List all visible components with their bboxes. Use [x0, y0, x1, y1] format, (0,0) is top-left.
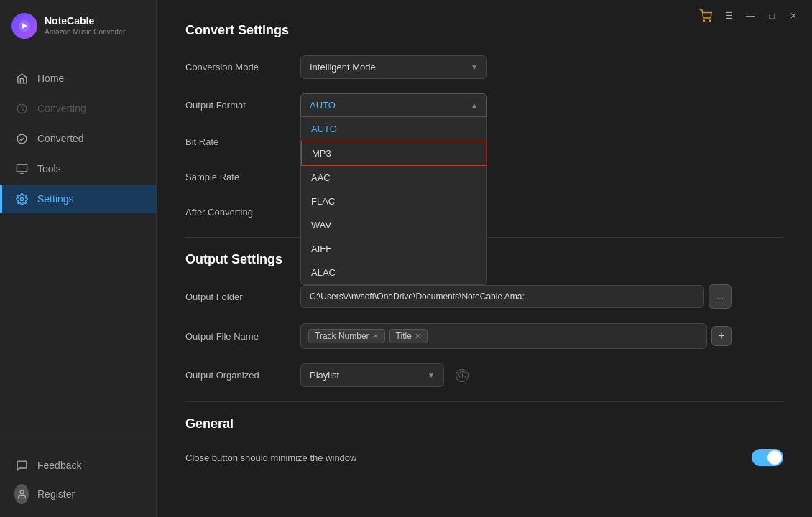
settings-icon [14, 192, 29, 206]
register-icon [14, 487, 29, 501]
sidebar-item-converted[interactable]: Converted [0, 124, 156, 153]
format-option-wav[interactable]: WAV [301, 213, 486, 237]
output-format-value: AUTO [310, 100, 336, 111]
settings-panel: Convert Settings Conversion Mode Intelli… [157, 0, 812, 500]
conversion-mode-value: Intelligent Mode [310, 62, 376, 73]
converting-icon [14, 101, 29, 116]
bit-rate-label: Bit Rate [185, 136, 300, 147]
app-logo: NoteCable Amazon Music Converter [0, 0, 156, 52]
tools-label: Tools [37, 163, 61, 174]
filename-tags-container: Track Number ✕ Title ✕ [300, 323, 707, 349]
tag-track-number-close[interactable]: ✕ [372, 332, 379, 341]
output-organized-arrow: ▼ [428, 371, 435, 379]
section-divider-2 [185, 401, 783, 402]
output-organized-label: Output Organized [185, 370, 300, 381]
close-minimize-label: Close button should minimize the window [185, 452, 752, 463]
close-minimize-toggle[interactable] [752, 449, 783, 466]
tag-title-close[interactable]: ✕ [415, 332, 421, 341]
info-icon[interactable]: ⓘ [456, 369, 469, 382]
feedback-icon [14, 458, 29, 472]
sidebar: NoteCable Amazon Music Converter Home [0, 0, 157, 517]
after-converting-label: After Converting [185, 207, 300, 218]
settings-label: Settings [37, 193, 74, 205]
close-button[interactable]: ✕ [783, 6, 803, 26]
output-format-arrow: ▲ [471, 101, 478, 109]
tools-icon [14, 162, 29, 176]
output-folder-label: Output Folder [185, 292, 300, 302]
main-content: ☰ — □ ✕ Convert Settings Conversion Mode… [157, 0, 812, 517]
format-option-mp3[interactable]: MP3 [301, 141, 486, 166]
output-filename-wrap: Track Number ✕ Title ✕ + [300, 323, 732, 349]
conversion-mode-row: Conversion Mode Intelligent Mode ▼ [185, 55, 783, 79]
sidebar-nav: Home Converting Converted [0, 52, 156, 442]
tag-title[interactable]: Title ✕ [389, 329, 428, 343]
home-label: Home [37, 73, 64, 84]
format-option-alac[interactable]: ALAC [301, 261, 486, 284]
menu-button[interactable]: ☰ [719, 6, 739, 26]
browse-button[interactable]: ... [709, 284, 732, 309]
svg-point-2 [17, 134, 27, 144]
register-label: Register [37, 488, 75, 500]
format-option-flac[interactable]: FLAC [301, 190, 486, 213]
tag-track-number[interactable]: Track Number ✕ [308, 329, 385, 343]
titlebar: ☰ — □ ✕ [686, 0, 812, 32]
tag-title-label: Title [396, 331, 412, 341]
svg-point-7 [709, 20, 711, 22]
toggle-thumb [767, 450, 782, 465]
output-format-select[interactable]: AUTO ▲ [300, 93, 487, 117]
output-filename-row: Output File Name Track Number ✕ Title ✕ … [185, 323, 783, 349]
format-option-aac[interactable]: AAC [301, 166, 486, 190]
conversion-mode-select[interactable]: Intelligent Mode ▼ [300, 55, 487, 79]
format-dropdown: AUTO MP3 AAC FLAC WAV AIFF ALAC [300, 117, 487, 285]
output-organized-wrap: Playlist ▼ ⓘ [300, 363, 469, 387]
svg-point-5 [20, 490, 24, 493]
output-organized-select[interactable]: Playlist ▼ [300, 363, 444, 387]
cart-button[interactable] [694, 6, 717, 26]
svg-point-6 [703, 20, 705, 22]
svg-point-4 [20, 197, 23, 200]
tag-track-number-label: Track Number [315, 331, 369, 341]
logo-text: NoteCable Amazon Music Converter [45, 15, 125, 37]
sidebar-item-register[interactable]: Register [0, 480, 156, 508]
sidebar-item-feedback[interactable]: Feedback [0, 451, 156, 480]
output-filename-label: Output File Name [185, 331, 300, 342]
output-folder-input[interactable]: C:\Users\Anvsoft\OneDrive\Documents\Note… [300, 285, 704, 308]
minimize-button[interactable]: — [740, 6, 760, 26]
conversion-mode-control: Intelligent Mode ▼ [300, 55, 487, 79]
output-format-row: Output Format AUTO ▲ AUTO MP3 AAC FLAC W… [185, 93, 783, 117]
feedback-label: Feedback [37, 460, 81, 471]
app-subtitle: Amazon Music Converter [45, 27, 125, 37]
converted-icon [14, 131, 29, 146]
format-option-aiff[interactable]: AIFF [301, 237, 486, 261]
output-folder-row: Output Folder C:\Users\Anvsoft\OneDrive\… [185, 284, 783, 309]
sidebar-item-settings[interactable]: Settings [0, 185, 156, 213]
sidebar-item-home[interactable]: Home [0, 64, 156, 93]
svg-rect-3 [17, 164, 27, 172]
conversion-mode-label: Conversion Mode [185, 62, 300, 73]
output-folder-wrap: C:\Users\Anvsoft\OneDrive\Documents\Note… [300, 284, 732, 309]
app-name: NoteCable [45, 15, 125, 27]
sidebar-item-tools[interactable]: Tools [0, 154, 156, 183]
sample-rate-label: Sample Rate [185, 172, 300, 182]
converted-label: Converted [37, 133, 84, 144]
format-option-auto[interactable]: AUTO [301, 117, 486, 141]
maximize-button[interactable]: □ [762, 6, 782, 26]
general-title: General [185, 416, 783, 432]
sidebar-bottom: Feedback Register [0, 442, 156, 517]
converting-label: Converting [37, 103, 86, 114]
close-minimize-row: Close button should minimize the window [185, 449, 783, 466]
output-format-label: Output Format [185, 100, 300, 111]
sidebar-item-converting[interactable]: Converting [0, 94, 156, 123]
output-organized-row: Output Organized Playlist ▼ ⓘ [185, 363, 783, 387]
logo-icon [11, 13, 37, 39]
output-format-control: AUTO ▲ AUTO MP3 AAC FLAC WAV AIFF ALAC [300, 93, 487, 117]
output-organized-value: Playlist [310, 370, 339, 381]
home-icon [14, 71, 29, 85]
conversion-mode-arrow: ▼ [471, 63, 478, 71]
add-tag-button[interactable]: + [711, 326, 732, 346]
